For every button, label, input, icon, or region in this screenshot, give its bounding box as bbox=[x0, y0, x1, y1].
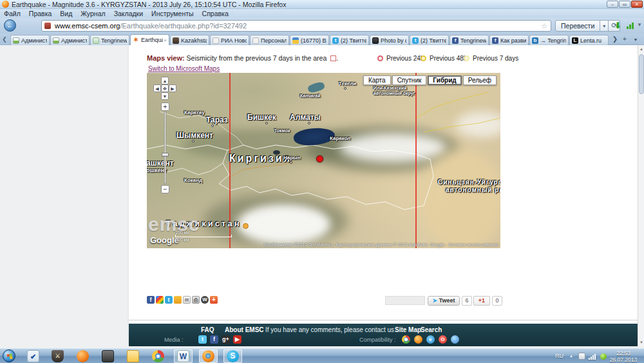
tab-earthquake-active[interactable]: ✶Earthqua...× bbox=[130, 34, 169, 45]
tab-tengrinews-1[interactable]: Tengrinews.... bbox=[90, 35, 129, 45]
share-yahoo-icon[interactable] bbox=[174, 296, 182, 304]
footer-sitemap-link[interactable]: Site Map bbox=[395, 326, 421, 333]
footer-faq-link[interactable]: FAQ bbox=[201, 326, 214, 333]
legend-ring-7days bbox=[464, 55, 469, 61]
download-icon[interactable]: ⬇ bbox=[614, 21, 621, 30]
media-googleplus-icon[interactable]: g+ bbox=[222, 335, 230, 344]
map-label-bishkek: Бишкек bbox=[247, 113, 276, 122]
switch-to-microsoft-maps-link[interactable]: Switch to Microsoft Maps bbox=[148, 65, 220, 72]
taskbar-notes-app-icon[interactable]: ✔ bbox=[27, 350, 39, 362]
share-twitter-icon[interactable]: t bbox=[165, 296, 173, 304]
pan-down-icon[interactable]: ▼ bbox=[161, 92, 169, 100]
footer-search-link[interactable]: Search bbox=[421, 326, 442, 333]
tab-twitter-2[interactable]: t(2) Твиттер ... bbox=[410, 35, 449, 45]
pan-right-icon[interactable]: ▶ bbox=[169, 84, 176, 92]
footer-contact-link[interactable]: If you have any comments, please contact… bbox=[265, 326, 394, 333]
media-twitter-icon[interactable]: t bbox=[198, 335, 207, 344]
scroll-up-icon[interactable]: ▲ bbox=[638, 45, 644, 53]
tab-label: Администр... bbox=[21, 37, 47, 44]
tab-mail-inbox[interactable]: (16770) Вх... bbox=[290, 35, 329, 45]
tab-lenta[interactable]: LLenta.ru bbox=[569, 35, 609, 45]
tab-ria-news[interactable]: РИА Новос... bbox=[210, 35, 249, 45]
menu-file[interactable]: Файл bbox=[4, 10, 21, 17]
clock[interactable]: 22:53 26.07.2013 bbox=[607, 350, 640, 363]
network-icon[interactable] bbox=[589, 353, 596, 360]
taskbar-word-icon[interactable]: W bbox=[177, 350, 189, 362]
tab-close-icon[interactable]: × bbox=[164, 37, 167, 43]
minimize-button[interactable]: – bbox=[607, 1, 618, 8]
tab-twitter-1[interactable]: t(2) Твиттер bbox=[330, 35, 369, 45]
share-search-box[interactable] bbox=[385, 296, 425, 305]
bookmark-star-icon[interactable]: ☆ bbox=[541, 21, 547, 31]
new-tab-button[interactable]: + bbox=[620, 35, 629, 43]
taskbar-explorer-icon[interactable] bbox=[127, 350, 139, 362]
tab-facebook-tengrinews[interactable]: fTengrinews.... bbox=[450, 35, 489, 45]
share-facebook-icon[interactable]: f bbox=[147, 296, 155, 304]
map-type-karta[interactable]: Карта bbox=[363, 75, 391, 85]
pan-up-icon[interactable]: ▲ bbox=[161, 77, 169, 84]
tray-expand-icon[interactable]: ▲ bbox=[569, 354, 573, 358]
stats-bars-icon[interactable] bbox=[627, 23, 634, 29]
seismicity-map[interactable]: Бишкек Токмок Алматы Каракол Текели Капч… bbox=[147, 73, 500, 248]
taskbar-world-of-tanks-icon[interactable]: ⚔ bbox=[52, 350, 64, 362]
map-type-sputnik[interactable]: Спутник bbox=[392, 75, 427, 85]
map-type-relief[interactable]: Рельеф bbox=[463, 75, 497, 85]
tab-scroll-left-icon[interactable]: ❮ bbox=[0, 35, 9, 44]
scroll-down-icon[interactable]: ▼ bbox=[638, 338, 644, 346]
taskbar-chrome-icon[interactable] bbox=[152, 350, 164, 362]
translate-button[interactable]: Перевести bbox=[555, 20, 600, 32]
menu-bookmarks[interactable]: Закладки bbox=[114, 10, 143, 17]
firefox-icon bbox=[2, 1, 9, 8]
url-bar[interactable]: www.emsc-csem.org/Earthquake/earthquake.… bbox=[41, 20, 551, 32]
zoom-slider-track[interactable] bbox=[164, 112, 166, 184]
taskbar-photo-viewer-icon[interactable] bbox=[102, 350, 114, 362]
menu-tools[interactable]: Инструменты bbox=[151, 10, 193, 17]
tweet-button[interactable]: ➤ Tweet bbox=[428, 296, 460, 306]
zoom-slider-thumb[interactable] bbox=[162, 153, 169, 157]
window-titlebar[interactable]: Earthquake - Magnitude 3.6 - KYRGYZSTAN … bbox=[0, 0, 644, 9]
media-youtube-icon[interactable]: ▶ bbox=[233, 335, 242, 344]
menu-help[interactable]: Справка bbox=[202, 10, 229, 17]
media-facebook-icon[interactable]: f bbox=[210, 335, 218, 344]
pan-left-icon[interactable]: ◀ bbox=[153, 84, 161, 92]
tab-facebook-develop[interactable]: fКак развить... bbox=[489, 35, 529, 45]
menu-edit[interactable]: Правка bbox=[29, 10, 52, 17]
tab-personal[interactable]: Персональ... bbox=[250, 35, 289, 45]
tray-app-icon[interactable] bbox=[578, 353, 585, 360]
tab-scroll-right-icon[interactable]: ❯ bbox=[611, 35, 620, 43]
tray-status-icon[interactable] bbox=[600, 353, 607, 360]
plus-one-button[interactable]: +1 bbox=[473, 296, 490, 306]
pan-center-icon[interactable]: ✥ bbox=[161, 84, 169, 92]
share-print-icon[interactable]: ⎙ bbox=[192, 296, 200, 304]
page-scrollbar[interactable]: ▲ ▼ bbox=[638, 45, 644, 346]
earthquake-marker-7days[interactable] bbox=[243, 223, 249, 229]
maximize-button[interactable]: ▭ bbox=[619, 1, 630, 8]
tab-tengrine-redirect[interactable]: b→ Tengrine... bbox=[529, 35, 569, 45]
tab-admin-1[interactable]: Администр... bbox=[10, 35, 50, 45]
scrollbar-thumb[interactable] bbox=[639, 54, 644, 94]
share-google-bookmarks-icon[interactable] bbox=[156, 296, 164, 304]
earthquake-marker-24h[interactable] bbox=[316, 155, 323, 162]
start-button[interactable] bbox=[3, 349, 15, 362]
tab-kazakhstan[interactable]: Kazakhstan ... bbox=[170, 35, 209, 45]
tab-photo[interactable]: Photo by da... bbox=[370, 35, 409, 45]
tab-admin-2[interactable]: Администр... bbox=[50, 35, 90, 45]
menu-view[interactable]: Вид bbox=[60, 10, 72, 17]
close-button[interactable]: ✕ bbox=[631, 1, 643, 8]
share-wordpress-icon[interactable]: W bbox=[201, 296, 209, 304]
taskbar-firefox-icon[interactable] bbox=[202, 350, 214, 362]
language-indicator[interactable]: RU bbox=[555, 353, 564, 359]
zoom-in-button[interactable]: + bbox=[161, 103, 169, 111]
share-addthis-icon[interactable]: + bbox=[210, 296, 218, 304]
taskbar-fl-studio-icon[interactable] bbox=[77, 350, 89, 362]
share-email-icon[interactable]: ✉ bbox=[183, 296, 191, 304]
footer-about-link[interactable]: About EMSC bbox=[225, 326, 264, 333]
toolbar-overflow-icon[interactable]: ▼ bbox=[637, 22, 642, 28]
map-type-gibrid[interactable]: Гибрид bbox=[428, 75, 461, 85]
menu-history[interactable]: Журнал bbox=[80, 10, 105, 17]
translate-caret-icon[interactable]: ▼ bbox=[600, 20, 609, 32]
back-button[interactable]: ← bbox=[4, 19, 16, 32]
zoom-out-button[interactable]: − bbox=[161, 185, 169, 193]
taskbar-skype-icon[interactable]: S bbox=[227, 350, 239, 362]
list-all-tabs-icon[interactable]: ▼ bbox=[631, 37, 640, 42]
